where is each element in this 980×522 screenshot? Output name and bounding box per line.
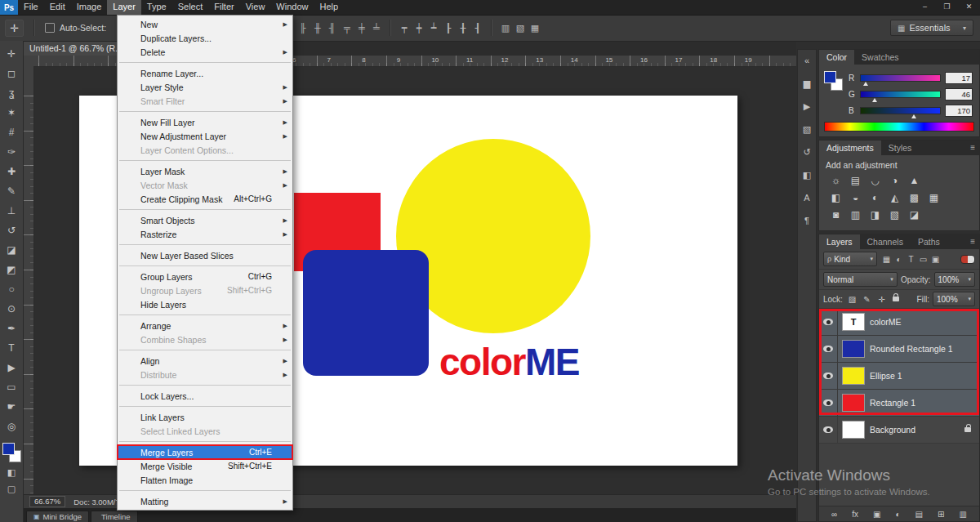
tab-color[interactable]: Color (819, 50, 854, 65)
lock-transparent-pixels-icon[interactable]: ▨ (846, 295, 858, 304)
align-top-edges-icon[interactable]: ╤ (340, 20, 354, 36)
menu-item[interactable]: Layer Content Options... (118, 143, 292, 157)
filter-type-layers-icon[interactable]: T (905, 255, 917, 264)
restore-button[interactable]: ❐ (936, 0, 958, 15)
lock-position-icon[interactable]: ✛ (875, 295, 888, 304)
clone-stamp-tool[interactable]: ⊥ (2, 201, 21, 221)
layer-thumbnail[interactable]: T (842, 313, 865, 331)
menu-select[interactable]: Select (172, 0, 209, 15)
menu-help[interactable]: Help (314, 0, 344, 15)
menu-item[interactable]: New (118, 17, 292, 31)
histogram-icon[interactable]: ▆ (800, 77, 814, 90)
menu-item[interactable]: Distribute (118, 368, 292, 381)
channel-mixer-icon[interactable]: ▩ (907, 191, 921, 205)
menu-item[interactable]: Matting (118, 494, 292, 508)
pen-tool[interactable]: ✒ (2, 319, 21, 338)
auto-select-checkbox[interactable] (45, 23, 55, 33)
menu-item[interactable]: New Adjustment Layer (118, 129, 292, 143)
menu-layer[interactable]: Layer (107, 0, 141, 15)
link-layers-icon[interactable]: ∞ (831, 510, 837, 519)
brush-tool[interactable]: ✎ (2, 181, 21, 201)
character-icon[interactable]: A (800, 191, 814, 204)
quick-mask-icon[interactable]: ◧ (2, 464, 21, 480)
new-group-icon[interactable]: ▤ (915, 510, 923, 519)
brightness-contrast-icon[interactable]: ☼ (829, 174, 843, 188)
minimize-button[interactable]: – (914, 0, 936, 15)
quick-selection-tool[interactable]: ✶ (2, 103, 21, 123)
menu-item[interactable]: Select Linked Layers (118, 424, 292, 438)
align-left-edges-icon[interactable]: ╟ (296, 20, 310, 36)
menu-item[interactable]: Arrange (118, 319, 292, 332)
path-selection-tool[interactable]: ▶ (2, 358, 21, 377)
layer-thumbnail[interactable] (842, 394, 865, 412)
filter-pixel-layers-icon[interactable]: ▦ (880, 255, 893, 264)
menu-item[interactable]: Combine Shapes (118, 332, 292, 346)
menu-item[interactable]: Duplicate Layers... (118, 31, 292, 45)
channel-value-field[interactable]: 170 (945, 105, 973, 117)
posterize-icon[interactable]: ▥ (849, 208, 862, 222)
menu-file[interactable]: File (18, 0, 44, 15)
close-button[interactable]: ✕ (958, 0, 980, 15)
rectangle-tool[interactable]: ▭ (2, 377, 21, 397)
align-bottom-edges-icon[interactable]: ╧ (369, 20, 384, 36)
eyedropper-tool[interactable]: ✑ (2, 142, 21, 162)
menu-item[interactable]: Group Layers Ctrl+G (118, 270, 292, 283)
align-right-edges-icon[interactable]: ╢ (325, 20, 340, 36)
spot-healing-brush-tool[interactable]: ✚ (2, 162, 21, 181)
menu-image[interactable]: Image (71, 0, 108, 15)
distribute-bottom-edges-icon[interactable]: ┷ (426, 20, 441, 36)
delete-layer-icon[interactable]: ▥ (959, 510, 966, 519)
tab-adjustments[interactable]: Adjustments (819, 141, 881, 155)
layer-style-icon[interactable]: fx (852, 510, 858, 519)
menu-item[interactable]: Layer Mask (118, 164, 292, 178)
tab-timeline[interactable]: Timeline (91, 511, 138, 522)
filter-shape-layers-icon[interactable]: ▭ (917, 255, 929, 264)
layer-row[interactable]: Ellipse 1 (819, 363, 979, 390)
menu-item[interactable]: Link Layers (118, 410, 292, 424)
menu-item[interactable]: Ungroup Layers Shift+Ctrl+G (118, 283, 292, 297)
move-tool[interactable]: ✛ (2, 44, 21, 64)
menu-item[interactable]: Rename Layer... (118, 66, 292, 80)
layer-thumbnail[interactable] (842, 340, 865, 358)
lock-image-pixels-icon[interactable]: ✎ (861, 295, 873, 304)
tab-channels[interactable]: Channels (860, 234, 911, 249)
layer-row[interactable]: Rounded Rectangle 1 (819, 336, 979, 363)
menu-item[interactable]: Align (118, 354, 292, 368)
new-adjustment-layer-icon[interactable]: ◐ (895, 510, 900, 519)
new-layer-icon[interactable]: ⊞ (938, 510, 944, 519)
menu-item[interactable]: New Fill Layer (118, 115, 292, 129)
lock-all-icon[interactable] (893, 297, 899, 301)
navigator-icon[interactable]: ▧ (800, 123, 814, 136)
zoom-tool[interactable]: ◎ (2, 417, 21, 436)
menu-view[interactable]: View (240, 0, 271, 15)
layer-row[interactable]: Rectangle 1 (819, 390, 979, 417)
black-white-icon[interactable]: ◐ (868, 191, 882, 205)
menu-window[interactable]: Window (270, 0, 314, 15)
channel-value-field[interactable]: 17 (945, 72, 973, 84)
menu-item[interactable]: Flatten Image (118, 473, 292, 487)
distribute-vertical-centers-icon[interactable]: ┿ (412, 20, 426, 36)
color-balance-icon[interactable]: ◒ (849, 191, 862, 205)
arrange-documents-icon[interactable]: ▦ (528, 20, 542, 36)
distribute-horizontal-centers-icon[interactable]: ╂ (456, 20, 470, 36)
menu-item[interactable]: New Layer Based Slices (118, 248, 292, 262)
filter-smart-objects-icon[interactable]: ▣ (929, 255, 942, 264)
slider-thumb-icon[interactable] (863, 82, 868, 86)
eraser-tool[interactable]: ◪ (2, 240, 21, 260)
align-vertical-centers-icon[interactable]: ╪ (354, 20, 369, 36)
actions-icon[interactable]: ▶ (800, 100, 814, 113)
menu-item[interactable]: Vector Mask (118, 178, 292, 192)
menu-item[interactable]: Create Clipping Mask Alt+Ctrl+G (118, 192, 292, 206)
layer-visibility-toggle[interactable] (819, 336, 838, 362)
invert-icon[interactable]: ◙ (829, 208, 843, 222)
panel-menu-icon[interactable]: ≡ (970, 141, 979, 155)
selective-color-icon[interactable]: ◪ (907, 208, 921, 222)
layer-row[interactable]: Background (819, 417, 979, 444)
tab-mini-bridge[interactable]: ▣ Mini Bridge (26, 511, 89, 522)
slider-track[interactable] (860, 74, 941, 82)
menu-item[interactable]: Layer Style (118, 80, 292, 94)
tab-layers[interactable]: Layers (819, 234, 860, 249)
curves-icon[interactable]: ◡ (868, 174, 882, 188)
add-layer-mask-icon[interactable]: ▣ (873, 510, 880, 519)
tab-paths[interactable]: Paths (911, 234, 947, 249)
